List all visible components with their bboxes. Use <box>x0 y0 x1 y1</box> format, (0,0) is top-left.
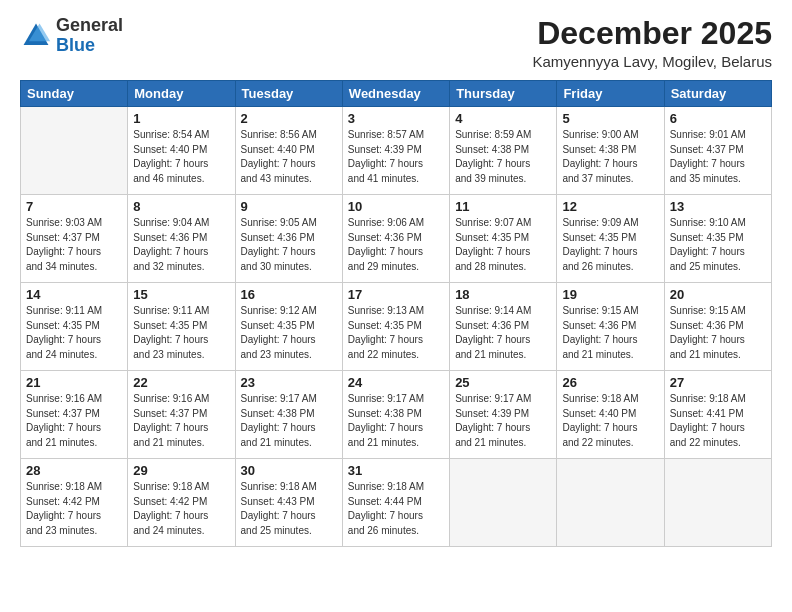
day-info-line: Sunset: 4:41 PM <box>670 408 744 419</box>
day-info-line: Daylight: 7 hours <box>133 246 208 257</box>
location-subtitle: Kamyennyya Lavy, Mogilev, Belarus <box>532 53 772 70</box>
day-number: 27 <box>670 375 766 390</box>
day-info: Sunrise: 8:54 AMSunset: 4:40 PMDaylight:… <box>133 128 229 186</box>
day-info: Sunrise: 9:05 AMSunset: 4:36 PMDaylight:… <box>241 216 337 274</box>
day-info-line: Sunrise: 9:11 AM <box>133 305 209 316</box>
header: General Blue December 2025 Kamyennyya La… <box>20 16 772 70</box>
day-info: Sunrise: 9:17 AMSunset: 4:38 PMDaylight:… <box>241 392 337 450</box>
day-info-line: Sunset: 4:35 PM <box>348 320 422 331</box>
calendar-cell: 4Sunrise: 8:59 AMSunset: 4:38 PMDaylight… <box>450 107 557 195</box>
day-info-line: Sunset: 4:44 PM <box>348 496 422 507</box>
day-info-line: Sunrise: 9:03 AM <box>26 217 102 228</box>
day-info: Sunrise: 9:18 AMSunset: 4:42 PMDaylight:… <box>133 480 229 538</box>
calendar-cell <box>450 459 557 547</box>
day-info-line: and 34 minutes. <box>26 261 97 272</box>
day-info-line: Sunrise: 9:17 AM <box>241 393 317 404</box>
day-info-line: Sunset: 4:38 PM <box>455 144 529 155</box>
calendar-cell <box>557 459 664 547</box>
calendar-cell: 6Sunrise: 9:01 AMSunset: 4:37 PMDaylight… <box>664 107 771 195</box>
day-info-line: Sunrise: 9:12 AM <box>241 305 317 316</box>
calendar-cell: 30Sunrise: 9:18 AMSunset: 4:43 PMDayligh… <box>235 459 342 547</box>
calendar-cell: 8Sunrise: 9:04 AMSunset: 4:36 PMDaylight… <box>128 195 235 283</box>
day-info-line: and 43 minutes. <box>241 173 312 184</box>
day-info-line: Sunset: 4:40 PM <box>241 144 315 155</box>
day-info-line: and 21 minutes. <box>670 349 741 360</box>
day-info-line: Sunrise: 9:16 AM <box>133 393 209 404</box>
logo-general-text: General <box>56 15 123 35</box>
day-number: 17 <box>348 287 444 302</box>
day-info-line: Sunrise: 9:04 AM <box>133 217 209 228</box>
day-info-line: Sunrise: 9:18 AM <box>133 481 209 492</box>
day-info-line: Daylight: 7 hours <box>455 422 530 433</box>
day-info: Sunrise: 8:59 AMSunset: 4:38 PMDaylight:… <box>455 128 551 186</box>
day-info: Sunrise: 9:18 AMSunset: 4:43 PMDaylight:… <box>241 480 337 538</box>
day-info-line: and 22 minutes. <box>562 437 633 448</box>
day-info: Sunrise: 9:11 AMSunset: 4:35 PMDaylight:… <box>133 304 229 362</box>
calendar-cell: 24Sunrise: 9:17 AMSunset: 4:38 PMDayligh… <box>342 371 449 459</box>
day-info-line: Daylight: 7 hours <box>670 422 745 433</box>
calendar-cell: 26Sunrise: 9:18 AMSunset: 4:40 PMDayligh… <box>557 371 664 459</box>
day-info-line: Daylight: 7 hours <box>241 158 316 169</box>
day-info-line: Daylight: 7 hours <box>241 422 316 433</box>
day-info-line: Daylight: 7 hours <box>348 422 423 433</box>
day-info-line: Sunrise: 8:59 AM <box>455 129 531 140</box>
col-sunday: Sunday <box>21 81 128 107</box>
day-info-line: and 23 minutes. <box>133 349 204 360</box>
calendar-cell: 2Sunrise: 8:56 AMSunset: 4:40 PMDaylight… <box>235 107 342 195</box>
day-info: Sunrise: 9:13 AMSunset: 4:35 PMDaylight:… <box>348 304 444 362</box>
day-info-line: Sunrise: 9:15 AM <box>562 305 638 316</box>
col-saturday: Saturday <box>664 81 771 107</box>
day-info-line: and 23 minutes. <box>241 349 312 360</box>
day-info-line: and 26 minutes. <box>348 525 419 536</box>
day-info-line: and 24 minutes. <box>133 525 204 536</box>
day-info-line: Daylight: 7 hours <box>562 246 637 257</box>
day-info-line: Sunset: 4:35 PM <box>670 232 744 243</box>
day-info-line: Daylight: 7 hours <box>133 158 208 169</box>
day-info-line: Daylight: 7 hours <box>241 246 316 257</box>
day-number: 11 <box>455 199 551 214</box>
week-row-3: 14Sunrise: 9:11 AMSunset: 4:35 PMDayligh… <box>21 283 772 371</box>
day-info: Sunrise: 9:17 AMSunset: 4:39 PMDaylight:… <box>455 392 551 450</box>
day-info: Sunrise: 9:01 AMSunset: 4:37 PMDaylight:… <box>670 128 766 186</box>
day-info-line: Sunset: 4:36 PM <box>133 232 207 243</box>
calendar-cell: 5Sunrise: 9:00 AMSunset: 4:38 PMDaylight… <box>557 107 664 195</box>
day-info-line: and 35 minutes. <box>670 173 741 184</box>
page: General Blue December 2025 Kamyennyya La… <box>0 0 792 612</box>
day-number: 21 <box>26 375 122 390</box>
calendar: Sunday Monday Tuesday Wednesday Thursday… <box>20 80 772 547</box>
day-info-line: Sunset: 4:42 PM <box>133 496 207 507</box>
day-info: Sunrise: 9:03 AMSunset: 4:37 PMDaylight:… <box>26 216 122 274</box>
day-info-line: and 30 minutes. <box>241 261 312 272</box>
day-number: 13 <box>670 199 766 214</box>
day-info-line: Sunrise: 9:06 AM <box>348 217 424 228</box>
day-info: Sunrise: 9:18 AMSunset: 4:44 PMDaylight:… <box>348 480 444 538</box>
calendar-cell: 1Sunrise: 8:54 AMSunset: 4:40 PMDaylight… <box>128 107 235 195</box>
day-info: Sunrise: 9:11 AMSunset: 4:35 PMDaylight:… <box>26 304 122 362</box>
col-thursday: Thursday <box>450 81 557 107</box>
day-info-line: Daylight: 7 hours <box>562 422 637 433</box>
day-info-line: Sunset: 4:42 PM <box>26 496 100 507</box>
day-info-line: Sunrise: 9:18 AM <box>26 481 102 492</box>
day-number: 29 <box>133 463 229 478</box>
day-info-line: Daylight: 7 hours <box>348 246 423 257</box>
day-number: 5 <box>562 111 658 126</box>
day-info-line: Daylight: 7 hours <box>348 158 423 169</box>
day-info-line: Daylight: 7 hours <box>26 510 101 521</box>
calendar-cell: 3Sunrise: 8:57 AMSunset: 4:39 PMDaylight… <box>342 107 449 195</box>
day-info: Sunrise: 9:18 AMSunset: 4:41 PMDaylight:… <box>670 392 766 450</box>
day-info-line: Sunrise: 9:18 AM <box>241 481 317 492</box>
day-info-line: Daylight: 7 hours <box>670 246 745 257</box>
title-block: December 2025 Kamyennyya Lavy, Mogilev, … <box>532 16 772 70</box>
day-info-line: and 21 minutes. <box>26 437 97 448</box>
day-number: 16 <box>241 287 337 302</box>
day-info-line: Daylight: 7 hours <box>562 158 637 169</box>
day-info-line: Daylight: 7 hours <box>670 334 745 345</box>
day-info-line: Daylight: 7 hours <box>241 334 316 345</box>
day-info: Sunrise: 9:10 AMSunset: 4:35 PMDaylight:… <box>670 216 766 274</box>
day-info-line: Sunrise: 9:05 AM <box>241 217 317 228</box>
col-monday: Monday <box>128 81 235 107</box>
calendar-cell: 19Sunrise: 9:15 AMSunset: 4:36 PMDayligh… <box>557 283 664 371</box>
day-info: Sunrise: 9:09 AMSunset: 4:35 PMDaylight:… <box>562 216 658 274</box>
day-info-line: Daylight: 7 hours <box>455 246 530 257</box>
day-info-line: Daylight: 7 hours <box>455 334 530 345</box>
